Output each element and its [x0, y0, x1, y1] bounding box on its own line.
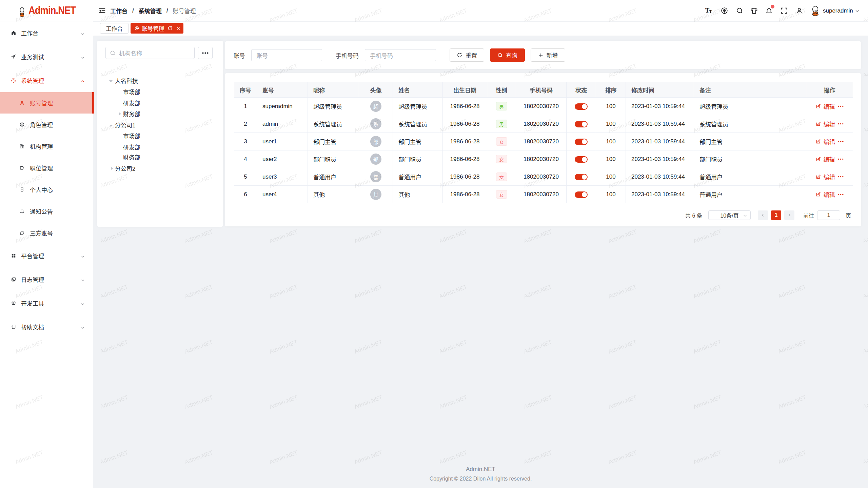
svg-text:T: T: [705, 7, 709, 14]
svg-text:T: T: [709, 9, 712, 14]
